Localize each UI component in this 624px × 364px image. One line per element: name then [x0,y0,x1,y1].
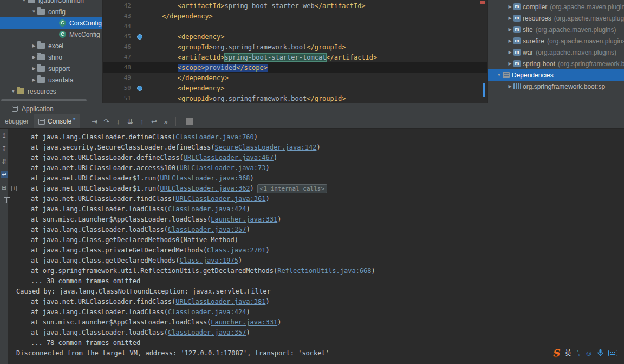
maven-item-org-springframework-boot-sp[interactable]: ▶org.springframework.boot:sp [488,81,624,92]
editor-line[interactable]: 46 <groupId>org.springframework.boot</gr… [103,42,487,52]
tree-item-config[interactable]: ▼config [0,6,102,17]
show-execution-point-icon[interactable]: ⇥ [88,118,100,126]
stacktrace-link[interactable]: ClassLoader.java:424 [168,205,246,213]
code-segment: provided [205,64,236,72]
tree-item-resources[interactable]: ▼resources [0,86,102,97]
soft-wrap-icon[interactable]: ↩ [1,171,8,178]
stacktrace-link[interactable]: URLClassLoader.java:368 [160,174,250,182]
down-stack-trace-icon[interactable]: ↧ [1,145,8,152]
tree-item-igationcommon[interactable]: ▼igationCommon [0,0,102,6]
tree-item-userdata[interactable]: ▶userdata [0,74,102,86]
stacktrace-link[interactable]: Class.java:1975 [180,257,238,264]
expand-all-icon[interactable]: ⊞ [1,184,8,191]
stacktrace-link[interactable]: URLClassLoader.java:361 [176,195,265,203]
maven-expand-icon[interactable]: ▶ [506,4,514,9]
tree-expand-icon[interactable]: ▶ [30,66,37,71]
up-stack-trace-icon[interactable]: ↥ [1,132,8,139]
stacktrace-link[interactable]: ClassLoader.java:760 [176,133,254,141]
ime-punctuation-label[interactable]: ’, [577,349,580,357]
tree-expand-icon[interactable]: ▶ [30,55,37,60]
force-step-into-icon[interactable]: ⇊ [124,118,136,126]
tree-item-excel[interactable]: ▶excel [0,40,102,51]
tree-item-corsconfig[interactable]: CCorsConfig [0,17,102,29]
clear-all-icon[interactable] [1,197,8,204]
console-output[interactable]: at java.lang.ClassLoader.defineClass(Cla… [9,129,624,364]
tree-item-mvcconfig[interactable]: CMvcConfig [0,29,102,40]
maven-expand-icon[interactable]: ▶ [506,38,514,43]
stacktrace-link[interactable]: URLClassLoader.java:73 [180,164,266,172]
stop-icon[interactable] [186,118,193,125]
editor[interactable]: 42 <artifactId>spring-boot-starter-web</… [103,0,487,103]
tab-debugger[interactable]: ebugger [0,114,34,128]
maven-item-spring-boot[interactable]: ▶mspring-boot(org.springframework.boot) [488,58,624,69]
expand-internal-calls-icon[interactable]: + [11,186,17,191]
tree-collapse-icon[interactable]: ▼ [30,9,37,14]
restore-layout-icon[interactable]: ⇵ [1,158,8,165]
stacktrace-link[interactable]: ClassLoader.java:424 [168,308,246,316]
run-config-bar: Application [0,103,624,114]
drop-frame-icon[interactable]: ↩ [148,118,160,126]
console-text: at sun.misc.Launcher$AppClassLoader.load… [31,318,211,326]
editor-line[interactable]: 50 <dependency> [103,83,487,93]
toolbar-separator [84,117,84,126]
emoji-icon[interactable]: ☺ [585,349,593,357]
maven-item-site[interactable]: ▶msite(org.apache.maven.plugins) [488,24,624,35]
editor-scrollbar-marker[interactable] [483,83,485,97]
ime-toolbar[interactable]: S 英 ’, ☺ [552,347,618,359]
tab-console[interactable]: Console * [34,114,80,128]
stacktrace-link[interactable]: Launcher.java:331 [211,318,277,326]
editor-line[interactable]: 49 </dependency> [103,73,487,83]
maven-item-surefire[interactable]: ▶msurefire(org.apache.maven.plugins) [488,35,624,47]
tree-horizontal-scrollbar[interactable] [1,99,87,101]
stacktrace-link[interactable]: Class.java:2701 [207,246,265,254]
ime-mode-label[interactable]: 英 [564,348,572,358]
step-over-icon[interactable]: ↷ [100,118,112,126]
maven-item-war[interactable]: ▶mwar(org.apache.maven.plugins) [488,47,624,58]
editor-line[interactable]: 43 </dependency> [103,11,487,21]
folded-frames-chip[interactable]: <1 internal calls> [257,184,327,193]
folder-icon [28,0,35,3]
sogou-logo[interactable]: S [552,347,560,359]
stacktrace-link[interactable]: ClassLoader.java:357 [168,329,246,336]
gutter-bookmark-icon[interactable] [135,31,144,42]
maven-expand-icon[interactable]: ▶ [506,27,514,32]
stacktrace-link[interactable]: URLClassLoader.java:362 [160,185,250,192]
stacktrace-link[interactable]: Launcher.java:331 [211,216,277,223]
editor-line[interactable]: 47 <artifactId>spring-boot-starter-tomca… [103,52,487,62]
error-stripe-marker[interactable] [480,1,485,4]
stacktrace-link[interactable]: ClassLoader.java:357 [168,226,246,233]
mic-icon[interactable] [597,349,603,357]
stacktrace-link[interactable]: ReflectionUtils.java:668 [277,267,371,275]
stacktrace-link[interactable]: URLClassLoader.java:381 [176,298,265,306]
console-text: ) [246,329,250,336]
stacktrace-link[interactable]: URLClassLoader.java:467 [184,154,274,161]
run-to-cursor-icon[interactable]: » [160,118,172,126]
maven-item-resources[interactable]: ▶mresources(org.apache.maven.plugins) [488,12,624,24]
console-line: Disconnected from the target VM, address… [9,348,624,359]
editor-line[interactable]: 48 <scope>provided</scope> [103,62,487,73]
code-segment: </dependency> [178,74,229,82]
tree-item-shiro[interactable]: ▶shiro [0,51,102,63]
maven-item-dependencies[interactable]: ▼Dependencies [488,69,624,81]
tree-item-support[interactable]: ▶support [0,63,102,74]
stacktrace-link[interactable]: SecureClassLoader.java:142 [215,144,317,151]
editor-line[interactable]: 51 <groupId>org.springframework.boot</gr… [103,93,487,103]
editor-line[interactable]: 44 [103,21,487,31]
tree-collapse-icon[interactable]: ▼ [21,0,28,3]
maven-expand-icon[interactable]: ▶ [506,50,514,55]
maven-item-compiler[interactable]: ▶mcompiler(org.apache.maven.plugins) [488,1,624,12]
editor-line[interactable]: 45 <dependency> [103,31,487,42]
tree-collapse-icon[interactable]: ▼ [10,89,17,94]
step-into-icon[interactable]: ↓ [112,118,124,126]
maven-expand-icon[interactable]: ▶ [506,84,514,89]
maven-expand-icon[interactable]: ▶ [506,61,514,66]
step-out-icon[interactable]: ↑ [136,118,148,126]
tree-expand-icon[interactable]: ▶ [30,43,37,48]
gutter-bookmark-icon[interactable] [135,83,144,93]
maven-expand-icon[interactable]: ▶ [506,16,514,21]
editor-line[interactable]: 42 <artifactId>spring-boot-starter-web</… [103,1,487,11]
keyboard-icon[interactable] [608,350,618,356]
tree-expand-icon[interactable]: ▶ [30,77,37,82]
editor-lines: 42 <artifactId>spring-boot-starter-web</… [103,1,487,103]
maven-collapse-icon[interactable]: ▼ [496,73,503,77]
